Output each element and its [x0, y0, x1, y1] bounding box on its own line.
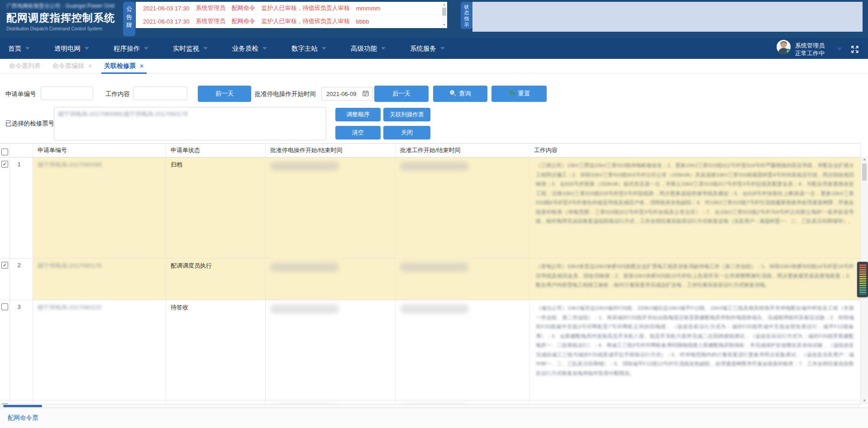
header-cell-4: 批准工作开始/结束时间 [396, 144, 529, 157]
table-row-1[interactable]: ✓1南宁供电局-2017060089归档（三南公司）10kV三西边10kV三景9… [0, 158, 861, 259]
nav-item-8[interactable]: 系统服务 [410, 44, 445, 53]
announcement-user: 系统管理员 [196, 17, 225, 25]
announcement-scroll-thumb[interactable] [442, 8, 446, 16]
nav-item-6[interactable]: 数字主站 [291, 44, 326, 53]
redacted-time-blur [400, 162, 469, 171]
scroll-up-icon[interactable]: ▲ [861, 157, 868, 162]
cell-request-status: 归档 [166, 158, 266, 258]
vertical-scroll-thumb[interactable] [862, 164, 867, 181]
reset-button[interactable]: 重置 [491, 86, 547, 102]
selected-tickets-textarea[interactable]: 南宁供电局-2017060089;南宁供电局-2017060176 [54, 107, 326, 140]
nav-item-label: 高级功能 [351, 44, 377, 53]
nav-item-3[interactable]: 程序操作 [114, 44, 148, 53]
cell-request-no: 南宁供电局-2017060089 [33, 158, 166, 258]
tab-label: 关联检修票 [104, 62, 136, 70]
announcement-note: bbbb [356, 18, 369, 25]
close-icon[interactable]: ✕ [88, 63, 92, 69]
row-checkbox[interactable]: ✓ [1, 262, 8, 269]
app-title: 配网调度指挥控制系统 [6, 11, 119, 25]
user-name: 系统管理员 [795, 42, 825, 49]
cell-work-content: （城北公司）10kV城东边10kV城祥F25线、220kV城站边10kV城平F1… [529, 300, 861, 400]
row-checkbox[interactable]: ✓ [1, 161, 8, 168]
nav-item-5[interactable]: 业务质检 [232, 44, 267, 53]
fullscreen-icon[interactable] [850, 45, 859, 54]
user-menu-caret-icon[interactable] [837, 48, 842, 51]
calendar-icon[interactable] [362, 90, 369, 98]
cell-outage-time [266, 158, 396, 258]
row-checkbox[interactable] [1, 303, 8, 310]
row-number: 3 [10, 300, 33, 400]
announcement-item[interactable]: 2021-06-03 17:30系统管理员配网命令监护人已审核，待值班负责人审核… [136, 2, 447, 14]
selected-tickets-value-blurred: 南宁供电局-2017060089;南宁供电局-2017060176 [58, 110, 322, 118]
cell-work-time [396, 259, 529, 300]
work-content-label: 工作内容 [105, 90, 130, 98]
status-indicator-tab-label: 状态指示 [463, 2, 470, 28]
chevron-down-icon [322, 47, 326, 50]
announcement-time: 2021-06-03 17:30 [143, 18, 190, 25]
chevron-down-icon [262, 47, 267, 50]
tab-关联检修票[interactable]: 关联检修票✕ [104, 59, 144, 73]
announcement-board-tab[interactable]: 公告牌 [123, 2, 135, 36]
request-no-text: 南宁供电局-2017060220 [38, 303, 161, 312]
cell-outage-time [266, 300, 396, 400]
scroll-down-icon[interactable]: ▼ [861, 398, 868, 404]
announcement-status: 监护人已审核，待值班负责人审核 [262, 17, 350, 25]
table-row-2[interactable]: ✓2南宁供电局-2017060176配调调度员执行（变电公司）10kV米里边10… [0, 259, 861, 300]
nav-item-1[interactable]: 首页 [8, 44, 30, 53]
document-tabs-bar: 命令票列表命令票编辑✕关联检修票✕ [0, 59, 868, 73]
footer-link-dispatch-ticket[interactable]: 配网命令票 [8, 414, 38, 422]
scroll-up-icon[interactable]: ▲ [441, 2, 447, 7]
approved-outage-start-label: 批准停电操作开始时间 [255, 90, 316, 98]
header-cell-2: 申请单状态 [166, 144, 266, 157]
announcement-board-tab-label: 公告牌 [126, 2, 133, 29]
user-avatar[interactable] [777, 40, 791, 54]
app-logo: 广西电网有限责任公司 · Guangxi Power Grid 配网调度指挥控制… [6, 2, 119, 31]
color-legend-widget[interactable] [857, 262, 868, 297]
chevron-down-icon [144, 47, 148, 50]
query-button[interactable]: 查询 [433, 86, 487, 102]
adjust-order-button[interactable]: 调整顺序 [335, 108, 381, 121]
tab-命令票编辑[interactable]: 命令票编辑✕ [52, 59, 92, 73]
cell-work-time [396, 300, 529, 400]
link-to-operation-ticket-button[interactable]: 关联到操作票 [383, 108, 430, 121]
select-all-checkbox[interactable] [1, 149, 8, 155]
announcement-type: 配网命令 [232, 17, 255, 25]
status-indicator-tab[interactable]: 状态指示 [461, 2, 472, 29]
nav-item-7[interactable]: 高级功能 [351, 44, 386, 53]
chevron-down-icon [25, 47, 30, 50]
user-info[interactable]: 系统管理员 正常工作中 [795, 42, 825, 57]
reset-arrow-icon [508, 90, 515, 98]
row-number: 1 [10, 158, 33, 258]
nav-item-2[interactable]: 透明电网 [54, 44, 89, 53]
org-name-blurred: 广西电网有限责任公司 · Guangxi Power Grid [6, 2, 119, 10]
chevron-down-icon [85, 47, 89, 50]
nav-item-4[interactable]: 实时监视 [173, 44, 208, 53]
clear-button[interactable]: 清空 [335, 126, 381, 139]
footer-bar: 配网命令票 [0, 408, 868, 428]
work-content-input[interactable] [133, 87, 187, 100]
next-day-button[interactable]: 后一天 [374, 86, 429, 102]
table-header-row: 申请单编号申请单状态批准停电操作开始/结束时间批准工作开始/结束时间工作内容 [0, 144, 861, 158]
announcement-scrollbar[interactable]: ▲ ▼ [441, 2, 447, 28]
header-cell-5: 工作内容 [529, 144, 861, 157]
announcement-item[interactable]: 2021-06-03 17:30系统管理员配网命令监护人已审核，待值班负责人审核… [136, 14, 447, 28]
nav-item-label: 程序操作 [114, 44, 140, 53]
horizontal-scroll-thumb[interactable] [3, 405, 42, 407]
top-header-band: 广西电网有限责任公司 · Guangxi Power Grid 配网调度指挥控制… [0, 0, 868, 38]
date-input[interactable]: 2021-06-09 [321, 87, 373, 101]
redacted-time-blur [270, 304, 339, 313]
close-button[interactable]: 关闭 [383, 126, 430, 139]
close-icon[interactable]: ✕ [139, 63, 144, 69]
maintenance-ticket-table: 申请单编号申请单状态批准停电操作开始/结束时间批准工作开始/结束时间工作内容 ✓… [0, 143, 861, 404]
request-no-input[interactable] [41, 87, 93, 100]
scroll-down-icon[interactable]: ▼ [441, 23, 447, 27]
redacted-time-blur [400, 263, 469, 272]
cell-work-content: （变电公司）10kV米里边10kV米桥925线配合业扩受电工程及设备消缺停电工作… [529, 259, 861, 300]
table-row-3[interactable]: 3南宁供电局-2017060220待签收（城北公司）10kV城东边10kV城祥F… [0, 300, 861, 400]
prev-day-button[interactable]: 前一天 [198, 86, 251, 102]
tab-命令票列表[interactable]: 命令票列表 [9, 59, 41, 73]
cell-work-content: （三南公司）10kV三西边10kV三景910线停电检修改造：1、更换10kV三景… [529, 158, 861, 258]
announcement-board: 2021-06-03 17:30系统管理员配网命令监护人已审核，待值班负责人审核… [136, 2, 447, 28]
cell-request-no: 南宁供电局-2017060176 [33, 259, 166, 300]
cell-request-no: 南宁供电局-2017060220 [33, 300, 166, 400]
